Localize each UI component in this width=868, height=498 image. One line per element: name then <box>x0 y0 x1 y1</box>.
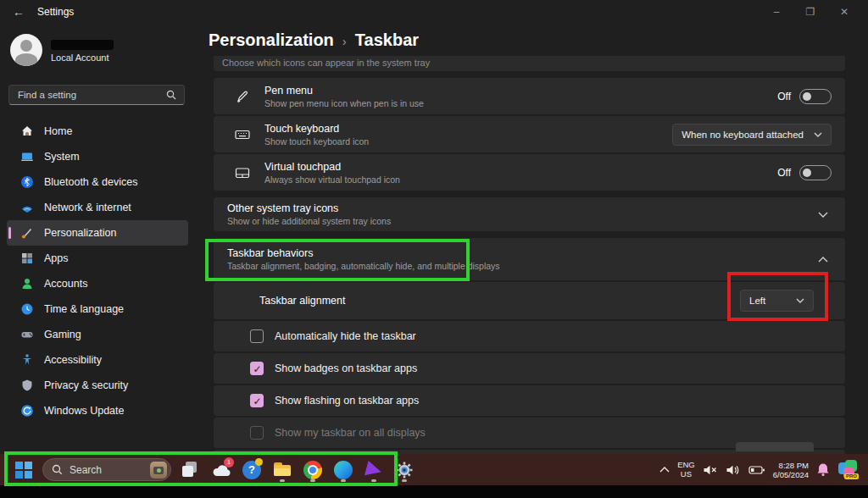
touch-keyboard-row: Touch keyboard Show touch keyboard icon … <box>214 116 845 152</box>
edge-icon[interactable] <box>332 457 354 483</box>
task-view-icon[interactable] <box>180 457 202 483</box>
taskbar-search-box[interactable]: Search <box>42 458 171 481</box>
sidebar-item-privacy[interactable]: Privacy & security <box>7 373 188 398</box>
back-icon[interactable]: ← <box>12 5 25 19</box>
system-tray: ENG US 8:28 PM 6/05/2024 PRO <box>659 454 868 485</box>
touch-keyboard-dropdown[interactable]: When no keyboard attached <box>672 124 832 146</box>
sidebar-item-personalization[interactable]: Personalization <box>7 220 188 246</box>
all-displays-checkbox[interactable] <box>250 426 264 440</box>
checkbox-label: Show flashing on taskbar apps <box>275 395 419 407</box>
clock[interactable]: 8:28 PM 6/05/2024 <box>773 461 809 479</box>
sidebar-item-apps[interactable]: Apps <box>7 246 188 271</box>
sidebar-item-label: Apps <box>44 252 69 264</box>
tray-time: 8:28 PM <box>773 461 809 470</box>
sidebar-item-time-language[interactable]: Time & language <box>7 296 188 322</box>
taskbar-app-icons: 1 ? <box>180 457 415 483</box>
purple-app-icon[interactable] <box>363 457 385 483</box>
search-input[interactable]: Find a setting <box>8 85 185 105</box>
pen-menu-toggle[interactable] <box>799 89 832 104</box>
chevron-down-icon <box>796 298 804 303</box>
show-badges-checkbox[interactable] <box>250 362 264 375</box>
language-indicator[interactable]: ENG US <box>677 461 695 479</box>
touchpad-icon <box>234 164 251 181</box>
taskbar-left-group: Search 1 ? <box>0 454 415 485</box>
sidebar-item-label: Personalization <box>44 227 116 239</box>
apps-grid-icon <box>20 252 34 265</box>
sidebar-item-label: Accessibility <box>44 354 102 366</box>
help-app-icon[interactable]: ? <box>241 457 263 483</box>
shield-icon <box>20 379 34 392</box>
sidebar-item-accounts[interactable]: Accounts <box>7 271 188 296</box>
row-subtitle: Taskbar alignment, badging, automaticall… <box>227 261 500 271</box>
breadcrumb-parent[interactable]: Personalization <box>209 30 334 50</box>
file-explorer-icon[interactable] <box>271 457 293 483</box>
volume-icon[interactable] <box>726 464 741 476</box>
virtual-touchpad-toggle[interactable] <box>799 165 832 180</box>
auto-hide-checkbox[interactable] <box>250 329 264 343</box>
dropdown-value: When no keyboard attached <box>682 130 804 140</box>
sidebar-item-system[interactable]: System <box>7 144 188 169</box>
running-indicator <box>310 479 315 482</box>
partial-subtitle: Choose which icons can appear in the sys… <box>222 58 430 68</box>
row-title: Other system tray icons <box>227 202 391 214</box>
search-placeholder: Find a setting <box>18 90 166 100</box>
sidebar-item-gaming[interactable]: Gaming <box>7 322 188 347</box>
sidebar-item-label: Gaming <box>44 329 81 340</box>
audio-muted-icon[interactable] <box>703 464 718 476</box>
redacted-account-name <box>51 40 114 50</box>
taskbar-behaviors-row[interactable]: Taskbar behaviors Taskbar alignment, bad… <box>214 238 845 280</box>
widgets-icon[interactable]: 1 <box>210 457 232 483</box>
checkbox-label: Automatically hide the taskbar <box>275 330 416 342</box>
start-button[interactable] <box>14 460 34 480</box>
toggle-state-label: Off <box>777 91 791 102</box>
chevron-up-icon[interactable] <box>818 257 828 263</box>
breadcrumb-separator: › <box>342 34 347 48</box>
row-title: Pen menu <box>264 85 424 97</box>
taskbar-alignment-row: Taskbar alignment Left <box>214 282 845 319</box>
sidebar-item-accessibility[interactable]: Accessibility <box>7 347 188 373</box>
chrome-icon[interactable] <box>302 457 324 483</box>
notification-bell-icon[interactable] <box>816 462 830 477</box>
sidebar-item-bluetooth[interactable]: Bluetooth & devices <box>7 169 188 195</box>
minimize-button[interactable]: – <box>760 0 793 24</box>
widgets-badge: 1 <box>224 457 234 468</box>
sidebar-item-label: Accounts <box>44 278 87 290</box>
bing-image-icon[interactable] <box>150 462 167 479</box>
account-type-label: Local Account <box>51 53 109 63</box>
show-badges-row: Show badges on taskbar apps <box>214 353 845 384</box>
virtual-touchpad-row: Virtual touchpad Always show virtual tou… <box>214 154 845 191</box>
row-title: Touch keyboard <box>264 123 369 135</box>
chevron-down-icon <box>814 132 822 137</box>
screenshot-pro-app-icon[interactable]: PRO <box>837 459 860 481</box>
tray-chevron-up-icon[interactable] <box>659 467 670 473</box>
chevron-down-icon[interactable] <box>818 212 828 218</box>
row-subtitle: Show or hide additional system tray icon… <box>227 216 391 226</box>
close-button[interactable]: ✕ <box>827 0 861 24</box>
globe-icon <box>20 201 34 214</box>
settings-app-icon[interactable] <box>393 457 415 483</box>
sidebar-item-network[interactable]: Network & internet <box>7 195 188 220</box>
avatar[interactable] <box>10 34 42 66</box>
other-tray-icons-row[interactable]: Other system tray icons Show or hide add… <box>214 197 845 231</box>
sidebar-item-label: Time & language <box>44 303 124 315</box>
running-indicator <box>280 479 285 482</box>
battery-icon[interactable] <box>748 465 765 475</box>
pen-menu-row: Pen menu Show pen menu icon when pen is … <box>214 78 845 114</box>
bluetooth-icon <box>20 175 34 189</box>
search-icon <box>166 90 176 100</box>
breadcrumb: Personalization › Taskbar <box>209 30 419 50</box>
sidebar-item-home[interactable]: Home <box>7 119 188 144</box>
row-title: Taskbar behaviors <box>227 247 500 259</box>
gear-icon <box>395 461 414 479</box>
window-title: Settings <box>37 6 74 18</box>
caption-buttons: – ❐ ✕ <box>760 0 861 24</box>
maximize-button[interactable]: ❐ <box>793 0 827 24</box>
alignment-dropdown[interactable]: Left <box>740 290 814 312</box>
titlebar: ← Settings – ❐ ✕ <box>0 0 868 24</box>
show-flashing-checkbox[interactable] <box>250 394 264 407</box>
sidebar-item-label: Privacy & security <box>44 379 128 391</box>
dropdown-value: Left <box>749 296 765 306</box>
running-indicator <box>341 479 346 482</box>
sidebar-item-windows-update[interactable]: Windows Update <box>7 398 188 423</box>
windows-taskbar: Search 1 ? <box>0 454 868 485</box>
